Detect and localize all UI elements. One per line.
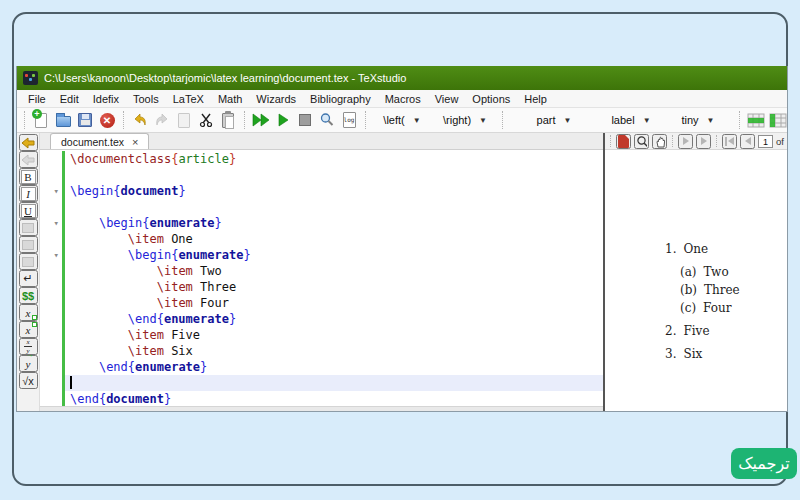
menu-latex[interactable]: LaTeX [166, 92, 211, 106]
inline-math-button[interactable]: $$ [19, 287, 38, 304]
align-left-button[interactable] [19, 219, 38, 236]
list-item-marker: (a) [680, 265, 697, 279]
pdf-back-button[interactable] [678, 134, 693, 149]
previous-page-icon [745, 137, 751, 145]
back-arrow-icon [683, 137, 689, 145]
menu-idefix[interactable]: Idefix [86, 92, 126, 106]
menu-macros[interactable]: Macros [378, 92, 428, 106]
font-size-combo[interactable]: tiny▼ [662, 110, 734, 130]
bold-icon: B [21, 170, 36, 184]
sectioning-combo[interactable]: part▼ [508, 110, 600, 130]
underline-icon: U [21, 204, 36, 218]
pdf-previous-page-button[interactable] [740, 134, 755, 149]
build-and-view-button[interactable] [250, 109, 272, 131]
add-table-row-button[interactable] [745, 109, 767, 131]
menu-edit[interactable]: Edit [53, 92, 86, 106]
undo-icon [132, 112, 148, 128]
forward-button[interactable] [19, 151, 38, 168]
code-text: \item Two [62, 263, 603, 279]
pdf-zoom-button[interactable] [634, 134, 649, 149]
pdf-first-page-button[interactable] [722, 134, 737, 149]
references-combo[interactable]: label▼ [600, 110, 662, 130]
fold-marker-icon[interactable]: ▾ [40, 215, 62, 231]
vector-button[interactable]: y [19, 355, 38, 372]
code-line: \end{enumerate} [40, 359, 603, 375]
undo-button[interactable] [129, 109, 151, 131]
code-editor[interactable]: \documentclass{article}▾\begin{document}… [40, 150, 603, 406]
main-area: BIU↵$$xxxyy√x document.tex × \documentcl… [17, 133, 787, 411]
compile-button[interactable] [272, 109, 294, 131]
inline-math-icon: $$ [22, 290, 34, 302]
menu-options[interactable]: Options [465, 92, 517, 106]
fold-marker-icon[interactable]: ▾ [40, 183, 62, 199]
copy-button[interactable] [173, 109, 195, 131]
italic-button[interactable]: I [19, 185, 38, 202]
toolbar-separator [365, 111, 366, 129]
align-right-button[interactable] [19, 253, 38, 270]
underline-button[interactable]: U [19, 202, 38, 219]
list-item-text: Four [703, 301, 731, 315]
align-center-button[interactable] [19, 236, 38, 253]
subscript-button[interactable]: x [19, 304, 38, 321]
back-button[interactable] [19, 134, 38, 151]
code-text: \end{enumerate} [62, 311, 603, 327]
close-document-button[interactable]: ✕ [96, 109, 118, 131]
sqrt-button[interactable]: √x [19, 372, 38, 389]
italic-icon: I [21, 187, 36, 201]
menu-help[interactable]: Help [517, 92, 554, 106]
pdf-preview-column: 1 of 1.One(a)Two(b)Three(c)Four2.Five3.S… [605, 133, 787, 411]
first-page-icon [725, 137, 727, 146]
code-text: \item Six [62, 343, 603, 359]
tab-close-icon[interactable]: × [132, 137, 138, 147]
code-text [62, 375, 603, 391]
fold-margin [40, 295, 62, 311]
tab-document[interactable]: document.tex × [50, 133, 149, 149]
tarjomic-badge: ترجمیک [731, 448, 797, 479]
menu-wizards[interactable]: Wizards [249, 92, 303, 106]
menu-file[interactable]: File [21, 92, 53, 106]
open-button[interactable] [52, 109, 74, 131]
subscript-icon: x [26, 307, 31, 319]
list-item-marker: 2. [665, 324, 676, 338]
code-line: \item Five [40, 327, 603, 343]
menu-bibliography[interactable]: Bibliography [303, 92, 378, 106]
add-table-column-button[interactable] [767, 109, 787, 131]
menu-bar: FileEditIdefixToolsLaTeXMathWizardsBibli… [17, 90, 787, 107]
tarjomic-badge-label: ترجمیک [738, 454, 790, 473]
pdf-document-button[interactable] [616, 134, 631, 149]
menu-math[interactable]: Math [211, 92, 249, 106]
new-document-button[interactable]: + [30, 109, 52, 131]
cut-button[interactable] [195, 109, 217, 131]
right-delimiter-combo[interactable]: \right)▼ [433, 110, 497, 130]
save-button[interactable] [74, 109, 96, 131]
preview-list-item: 1.One [665, 242, 787, 256]
paste-button[interactable] [217, 109, 239, 131]
combo-label: \right) [443, 114, 471, 126]
fold-margin [40, 375, 62, 391]
pdf-forward-button[interactable] [696, 134, 711, 149]
menu-view[interactable]: View [428, 92, 466, 106]
menu-tools[interactable]: Tools [126, 92, 166, 106]
fold-margin [40, 167, 62, 183]
pdf-page-input[interactable]: 1 [758, 135, 773, 148]
newline-button[interactable]: ↵ [19, 270, 38, 287]
code-text: \item Four [62, 295, 603, 311]
sqrt-icon: √x [22, 375, 34, 387]
chevron-down-icon: ▼ [643, 116, 651, 125]
compile-icon [276, 113, 290, 127]
view-button[interactable] [316, 109, 338, 131]
view-log-button[interactable]: log [338, 109, 360, 131]
pdf-pan-button[interactable] [652, 134, 667, 149]
code-text: \begin{document} [62, 183, 603, 199]
redo-button[interactable] [151, 109, 173, 131]
editor-scrollbar[interactable] [40, 406, 603, 411]
stop-button[interactable] [294, 109, 316, 131]
bold-button[interactable]: B [19, 168, 38, 185]
superscript-button[interactable]: x [19, 321, 38, 338]
fold-marker-icon[interactable]: ▾ [40, 247, 62, 263]
code-line [40, 167, 603, 183]
title-bar: C:\Users\kanoon\Desktop\tarjomic\latex l… [17, 66, 787, 90]
left-delimiter-combo[interactable]: \left(▼ [371, 110, 433, 130]
toolbar-separator [739, 111, 740, 129]
chevron-down-icon: ▼ [707, 116, 715, 125]
